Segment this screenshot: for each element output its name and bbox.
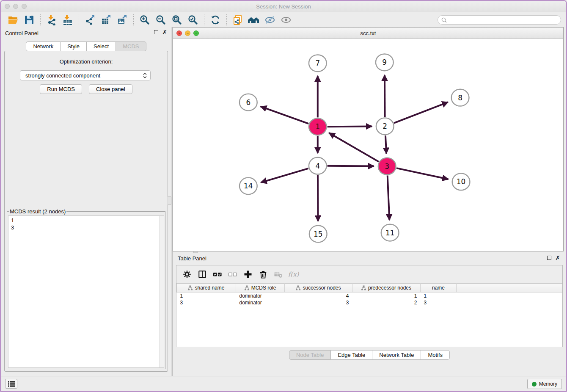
graph-edge-3-10[interactable] bbox=[396, 168, 448, 179]
table-cell: 2 bbox=[352, 299, 421, 306]
node-table-container: f(x) shared name MCDS role successor nod… bbox=[176, 265, 563, 347]
column-header-successor-nodes[interactable]: successor nodes bbox=[285, 284, 352, 293]
mcds-result-text[interactable]: 1 3 bbox=[8, 216, 159, 367]
import-network-icon[interactable] bbox=[45, 14, 58, 26]
column-header-filler bbox=[457, 284, 563, 293]
float-panel-icon[interactable] bbox=[154, 30, 158, 34]
graph-edge-1-2[interactable] bbox=[328, 126, 372, 127]
zoom-in-icon[interactable] bbox=[138, 14, 151, 26]
houses-icon[interactable] bbox=[248, 14, 260, 26]
open-session-icon[interactable] bbox=[7, 14, 19, 26]
graph-edge-3-1[interactable] bbox=[329, 133, 379, 162]
toolbar-separator bbox=[204, 14, 204, 25]
memory-label: Memory bbox=[539, 381, 557, 387]
plus-icon[interactable] bbox=[242, 269, 254, 280]
export-image-icon[interactable] bbox=[116, 14, 129, 26]
window-titlebar[interactable]: Session: New Session bbox=[1, 1, 566, 12]
graph-node-label-11: 11 bbox=[385, 229, 394, 237]
eye-icon[interactable] bbox=[280, 14, 292, 26]
graph-edge-2-3[interactable] bbox=[385, 135, 386, 154]
graph-node-label-1: 1 bbox=[315, 122, 320, 131]
graph-node-label-7: 7 bbox=[315, 59, 320, 67]
result-scrollbar[interactable] bbox=[159, 216, 164, 367]
columns-icon[interactable] bbox=[196, 269, 209, 280]
table-row[interactable]: 3dominator323 bbox=[177, 299, 563, 306]
graph-node-label-8: 8 bbox=[458, 94, 462, 102]
graph-edge-3-11[interactable] bbox=[388, 176, 390, 220]
document-share-icon[interactable] bbox=[231, 14, 244, 26]
tab-select[interactable]: Select bbox=[87, 41, 116, 51]
search-field[interactable] bbox=[438, 15, 561, 25]
dropdown-value: strongly connected component bbox=[25, 72, 143, 79]
float-table-panel-icon[interactable] bbox=[547, 256, 551, 260]
zoom-out-icon[interactable] bbox=[154, 14, 167, 26]
table-panel-tabs: Node Table Edge Table Network Table Moti… bbox=[173, 350, 566, 360]
toolbar-separator bbox=[226, 14, 227, 25]
mcds-result-box: MCDS result (2 nodes) 1 3 bbox=[7, 208, 165, 369]
toolbar-separator bbox=[133, 14, 134, 25]
close-panel-icon[interactable]: ✗ bbox=[162, 30, 167, 34]
mcds-result-legend: MCDS result (2 nodes) bbox=[9, 208, 66, 215]
refresh-icon[interactable] bbox=[209, 14, 222, 26]
tab-mcds[interactable]: MCDS bbox=[116, 41, 146, 51]
hierarchy-icon bbox=[245, 285, 249, 290]
search-input[interactable] bbox=[449, 17, 557, 23]
optimization-criterion-select[interactable]: strongly connected component bbox=[20, 70, 151, 80]
table-cell: dominator bbox=[236, 299, 285, 306]
graph-edge-4-15[interactable] bbox=[318, 175, 318, 221]
table-row[interactable]: 1dominator411 bbox=[177, 293, 563, 299]
task-history-button[interactable] bbox=[5, 379, 17, 389]
graph-edge-1-6[interactable] bbox=[261, 107, 308, 124]
column-header-mcds-role[interactable]: MCDS role bbox=[236, 284, 285, 293]
function-icon[interactable]: f(x) bbox=[287, 269, 300, 280]
tab-node-table[interactable]: Node Table bbox=[289, 350, 331, 360]
column-header-predecessor-nodes[interactable]: predecessor nodes bbox=[352, 284, 421, 293]
tab-network[interactable]: Network bbox=[26, 41, 61, 51]
table-toolbar: f(x) bbox=[176, 265, 562, 283]
graph-node-label-14: 14 bbox=[244, 182, 253, 190]
unchecked-boxes-icon[interactable] bbox=[226, 269, 239, 280]
checked-boxes-icon[interactable] bbox=[211, 269, 224, 280]
tab-motifs[interactable]: Motifs bbox=[421, 350, 450, 360]
eye-slash-icon[interactable] bbox=[264, 14, 276, 26]
control-panel: Control Panel ✗ Network Style Select MCD… bbox=[1, 27, 171, 376]
run-mcds-button[interactable]: Run MCDS bbox=[40, 84, 82, 94]
network-window-titlebar[interactable]: × − + scc.txt bbox=[173, 28, 563, 39]
table-cell: 1 bbox=[177, 293, 236, 299]
import-table-icon[interactable] bbox=[61, 14, 74, 26]
network-window: × − + scc.txt 7968124314101511 bbox=[173, 27, 564, 251]
application-window: { "window": { "title": "Session: New Ses… bbox=[0, 0, 567, 392]
graph-edge-4-14[interactable] bbox=[261, 168, 308, 182]
export-table-icon[interactable] bbox=[100, 14, 113, 26]
delete-table-icon[interactable] bbox=[272, 269, 285, 280]
splitter-grip[interactable] bbox=[168, 196, 171, 205]
close-panel-button[interactable]: Close panel bbox=[89, 84, 132, 94]
export-network-icon[interactable] bbox=[84, 14, 96, 26]
tab-edge-table[interactable]: Edge Table bbox=[331, 350, 372, 360]
hierarchy-icon bbox=[296, 285, 300, 290]
zoom-fit-icon[interactable] bbox=[171, 14, 183, 26]
network-graph[interactable]: 7968124314101511 bbox=[173, 39, 563, 251]
zoom-selected-icon[interactable] bbox=[187, 14, 199, 26]
column-header-shared-name[interactable]: shared name bbox=[177, 284, 236, 293]
memory-button[interactable]: Memory bbox=[527, 379, 562, 389]
graph-node-label-4: 4 bbox=[315, 162, 320, 170]
graph-edge-2-8[interactable] bbox=[394, 102, 448, 123]
tab-style[interactable]: Style bbox=[61, 41, 87, 51]
window-title: Session: New Session bbox=[1, 3, 566, 10]
table-cell-filler bbox=[457, 293, 563, 299]
save-session-icon[interactable] bbox=[23, 14, 36, 26]
close-table-panel-icon[interactable]: ✗ bbox=[555, 256, 560, 260]
toolbar-separator bbox=[40, 14, 41, 25]
hierarchy-icon bbox=[188, 285, 193, 290]
graph-edge-4-3[interactable] bbox=[328, 166, 374, 166]
network-canvas[interactable]: 7968124314101511 bbox=[173, 39, 563, 251]
svg-text:f(x): f(x) bbox=[288, 271, 300, 278]
graph-edge-2-9[interactable] bbox=[385, 75, 385, 117]
gear-icon[interactable] bbox=[181, 269, 193, 280]
table-cell: 1 bbox=[421, 293, 457, 299]
tab-network-table[interactable]: Network Table bbox=[372, 350, 421, 360]
column-header-name[interactable]: name bbox=[421, 284, 457, 293]
memory-status-icon bbox=[532, 382, 537, 386]
trash-icon[interactable] bbox=[257, 269, 270, 280]
